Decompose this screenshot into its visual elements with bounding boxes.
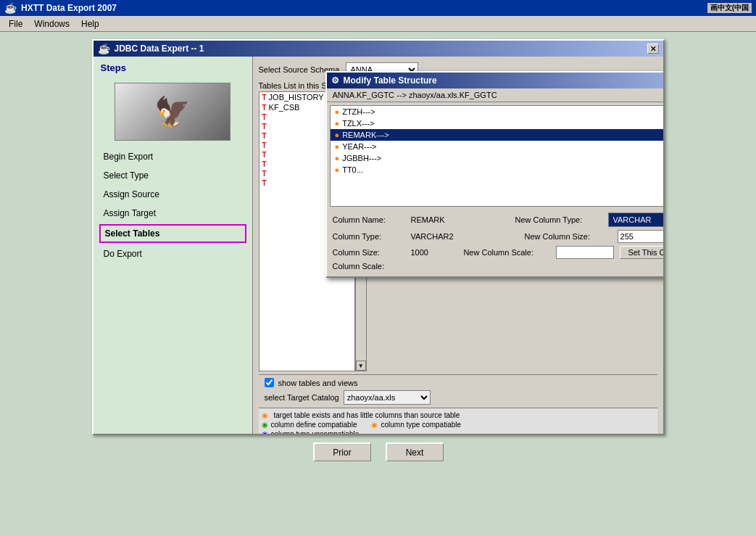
modal-list-container: ● ZTZH---> ● TZLX---> ● — [330, 105, 663, 207]
step-select-tables[interactable]: Select Tables — [99, 224, 246, 243]
col-name: JGBBH---> — [342, 154, 381, 162]
prior-button[interactable]: Prior — [313, 442, 371, 461]
col-type-label: Column Type: — [333, 232, 405, 241]
app-title: HXTT Data Export 2007 — [21, 3, 117, 13]
show-tables-label: show tables and views — [278, 379, 358, 387]
steps-sidebar: Steps 🦅 Begin Export Select Type Assign … — [94, 57, 253, 434]
legend-item-3: ◉ column type compatiable — [371, 421, 461, 429]
new-col-size-input[interactable]: 255 — [618, 230, 663, 243]
bottom-area: show tables and views select Target Cata… — [259, 374, 657, 408]
set-column-button[interactable]: Set This Column — [620, 246, 662, 259]
col-scale-label: Column Scale: — [333, 262, 405, 271]
col-name: REMARK---> — [342, 131, 389, 139]
legend-text-1: target table exists and has little colum… — [274, 411, 460, 419]
target-catalog-select[interactable]: zhaoyx/aa.xls — [344, 390, 431, 405]
dialog-title-bar: ☕ JDBC Data Expert -- 1 ✕ — [94, 41, 663, 57]
modal-field-row-3: Column Size: 1000 New Column Scale: Set … — [333, 246, 663, 259]
target-catalog-label: select Target Catalog — [265, 393, 339, 402]
legend-item-2: ◉ column define compatiable — [262, 421, 357, 429]
legend-green-dot: ◉ — [262, 421, 268, 429]
col-status-icon: ● — [335, 119, 340, 128]
modal-column-item[interactable]: ● ZTZH---> — [331, 106, 663, 117]
step-assign-source[interactable]: Assign Source — [94, 185, 252, 204]
col-name-label: Column Name: — [333, 215, 405, 224]
table-name: KF_CSB — [269, 103, 300, 112]
target-catalog-row: select Target Catalog zhaoyx/aa.xls — [265, 390, 652, 405]
legend-item-4: ◉ column type uncompatiable — [262, 430, 655, 434]
col-name-value: REMARK — [411, 215, 445, 224]
next-button[interactable]: Next — [386, 442, 444, 461]
modify-table-dialog: ⚙ Modify Table Structure ✕ ANNA.KF_GGTC … — [325, 71, 663, 278]
col-status-icon: ● — [335, 131, 340, 139]
new-col-scale-label: New Column Scale: — [463, 248, 550, 257]
menu-bar: File Windows Help — [0, 16, 756, 32]
modal-title: Modify Table Structure — [344, 75, 437, 86]
legend-orange-dot: ◉ — [262, 411, 268, 419]
steps-header: Steps — [94, 57, 252, 79]
buttons-row: Prior Next — [7, 435, 749, 469]
step-begin-export[interactable]: Begin Export — [94, 147, 252, 166]
dialog-close-button[interactable]: ✕ — [647, 44, 659, 54]
col-status-icon: ● — [335, 107, 340, 116]
new-col-type-select-container: VARCHAR VARCHAR2 CHAR INTEGER — [608, 213, 663, 227]
exported-panel: Exported Table List Sort by Original ord… — [407, 81, 657, 371]
col-status-icon: ● — [335, 165, 340, 174]
step-do-export[interactable]: Do Export — [94, 244, 252, 263]
scroll-down[interactable]: ▼ — [356, 360, 366, 371]
main-panel: Select Source Schema ANNA Tables List in… — [253, 57, 663, 434]
modal-field-row-2: Column Type: VARCHAR2 New Column Size: 2… — [333, 230, 663, 243]
modal-field-row-4: Column Scale: — [333, 262, 663, 271]
col-size-value: 1000 — [411, 248, 428, 257]
legend-orange-dot2: ◉ — [371, 421, 378, 429]
dialog-title: JDBC Data Expert -- 1 — [115, 44, 204, 54]
show-tables-checkbox[interactable] — [265, 378, 274, 387]
show-tables-row: show tables and views — [265, 378, 652, 387]
title-bar: ☕ HXTT Data Export 2007 画中文(中国 — [0, 0, 756, 16]
legend-text-3: column type compatiable — [381, 421, 461, 429]
two-col-layout: Tables List in this Schema T JOB_HISTORY… — [259, 81, 657, 371]
col-name: TT0... — [342, 165, 363, 174]
col-name: YEAR---> — [342, 142, 376, 151]
steps-list: Begin Export Select Type Assign Source A… — [94, 144, 252, 266]
modal-title-bar: ⚙ Modify Table Structure ✕ — [327, 73, 663, 88]
menu-file[interactable]: File — [3, 17, 28, 30]
new-col-type-label: New Column Type: — [515, 215, 602, 224]
modal-column-item[interactable]: ● YEAR---> — [331, 141, 663, 152]
modal-column-list[interactable]: ● ZTZH---> ● TZLX---> ● — [330, 105, 663, 207]
col-status-icon: ● — [335, 154, 340, 162]
table-icon: T — [262, 94, 267, 102]
col-status-icon: ● — [335, 142, 340, 151]
modal-icon: ⚙ — [331, 75, 339, 86]
new-col-type-select[interactable]: VARCHAR VARCHAR2 CHAR INTEGER — [608, 213, 663, 227]
step-assign-target[interactable]: Assign Target — [94, 204, 252, 223]
legend-blue-dot: ◉ — [262, 430, 268, 434]
table-name: JOB_HISTORY — [269, 93, 324, 102]
main-area: ☕ JDBC Data Expert -- 1 ✕ Steps 🦅 Begin … — [0, 32, 756, 536]
modal-column-item[interactable]: ● JGBBH---> — [331, 152, 663, 164]
legend-text-4: column type uncompatiable — [271, 430, 360, 434]
legend-area: ◉ target table exists and has little col… — [259, 408, 657, 434]
modal-column-item-selected[interactable]: ● REMARK---> — [331, 129, 663, 141]
menu-help[interactable]: Help — [75, 17, 105, 30]
step-select-type[interactable]: Select Type — [94, 166, 252, 185]
modal-fields: Column Name: REMARK New Column Type: VAR… — [327, 210, 663, 276]
col-size-label: Column Size: — [333, 248, 405, 257]
eagle-logo: 🦅 — [115, 83, 230, 141]
modal-subtitle: ANNA.KF_GGTC --> zhaoyx/aa.xls.KF_GGTC — [327, 88, 663, 102]
dialog-window: ☕ JDBC Data Expert -- 1 ✕ Steps 🦅 Begin … — [92, 39, 665, 435]
modal-column-item[interactable]: ● TZLX---> — [331, 117, 663, 129]
dialog-icon: ☕ — [98, 43, 110, 54]
col-type-value: VARCHAR2 — [411, 232, 454, 241]
system-tray: 画中文(中国 — [707, 3, 752, 13]
menu-windows[interactable]: Windows — [28, 17, 75, 30]
legend-text-2: column define compatiable — [271, 421, 357, 429]
col-name: ZTZH---> — [342, 107, 375, 116]
col-name: TZLX---> — [342, 119, 374, 128]
app-icon: ☕ — [4, 2, 17, 14]
new-col-size-label: New Column Size: — [525, 232, 612, 241]
modal-field-row-1: Column Name: REMARK New Column Type: VAR… — [333, 213, 663, 227]
legend-rows: ◉ target table exists and has little col… — [262, 411, 655, 419]
legend-row2: ◉ column define compatiable ◉ column typ… — [262, 421, 655, 429]
new-col-scale-input[interactable] — [556, 246, 614, 259]
modal-column-item[interactable]: ● TT0... — [331, 164, 663, 176]
